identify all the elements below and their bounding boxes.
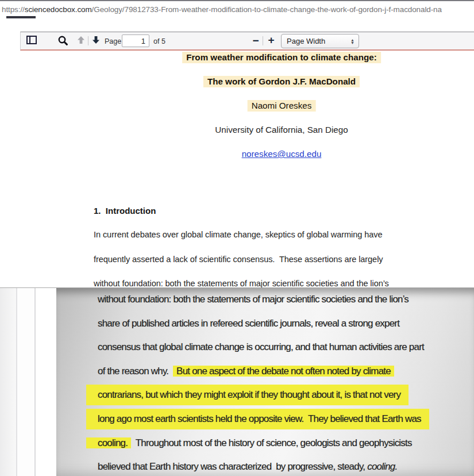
overlay-left-strip	[36, 288, 56, 476]
url-scheme: https://	[2, 5, 25, 14]
text-segment: consensus that global climate change is …	[98, 341, 424, 352]
highlighted-text: From weather modification to climate cha…	[182, 52, 381, 63]
text-segment: share of published articles in refereed …	[98, 318, 399, 329]
pdf-page: From weather modification to climate cha…	[0, 51, 474, 287]
magnified-text-line: share of published articles in refereed …	[86, 313, 407, 334]
document-email: noreskes@ucsd.edu	[242, 147, 322, 161]
screenshot-seam-artifact	[6, 16, 36, 18]
highlighted-text: The work of Gordon J.F. MacDonald	[203, 76, 360, 87]
document-text-line: frequently asserted a lack of scientific…	[94, 255, 383, 264]
text-segment: contrarians, but which they might exploi…	[98, 389, 400, 400]
toolbar-divider	[88, 36, 88, 45]
highlighted-text: cooling.	[86, 437, 131, 448]
overlay-left-strip	[0, 288, 16, 476]
text-segment: Throughout most of the history of scienc…	[131, 437, 411, 448]
magnified-text-line: without foundation: both the statements …	[86, 289, 417, 310]
url-path: /Geology/79812733-From-weather-modificat…	[92, 5, 442, 14]
search-icon[interactable]	[57, 35, 68, 48]
magnified-text-line: consensus that global climate change is …	[86, 337, 432, 358]
next-page-arrow-icon[interactable]	[91, 35, 101, 47]
pdf-toolbar: Page: of 5 − + Page Width ▲▼	[20, 32, 474, 51]
section-heading: 1. Introduction	[94, 206, 156, 216]
document-affiliation: University of California, San Diego	[215, 122, 348, 137]
document-text-line: without foundation: both the statements …	[94, 279, 389, 288]
page-label: Page:	[105, 37, 124, 45]
browser-url-bar[interactable]: https://sciencedocbox.com/Geology/798127…	[0, 0, 474, 17]
zoom-out-icon[interactable]: −	[250, 34, 261, 47]
highlighted-text: But one aspect of the debate not often n…	[173, 366, 394, 377]
text-segment: without foundation: both the statements …	[98, 294, 409, 305]
document-text-line: In current debates over global climate c…	[94, 230, 382, 239]
zoom-select[interactable]: Page Width ▲▼	[281, 34, 359, 48]
document-title-line1: From weather modification to climate cha…	[182, 50, 381, 64]
magnified-text-line: long ago most earth scientists held the …	[86, 409, 429, 429]
zoom-select-value: Page Width	[287, 37, 350, 45]
magnified-text-line: of the reason why. But one aspect of the…	[86, 361, 402, 382]
previous-page-arrow-icon[interactable]	[76, 35, 86, 47]
magnified-text-line: believed that Earth history was characte…	[86, 456, 405, 476]
url-host: sciencedocbox.com	[25, 5, 92, 14]
url-text[interactable]: https://sciencedocbox.com/Geology/798127…	[2, 5, 442, 14]
text-segment: long ago most earth scientists held the …	[98, 413, 421, 424]
magnified-text-line: contrarians, but which they might exploi…	[86, 385, 409, 405]
page-count-label: of 5	[153, 37, 165, 45]
text-segment: of the reason why.	[98, 366, 173, 377]
text-segment: believed that Earth history was characte…	[98, 461, 367, 472]
document-title-line2: The work of Gordon J.F. MacDonald	[203, 74, 360, 89]
highlighted-text: Naomi Oreskes	[248, 100, 316, 112]
sidebar-toggle-icon[interactable]	[26, 36, 37, 44]
select-arrows-icon: ▲▼	[350, 39, 354, 44]
document-author: Naomi Oreskes	[248, 98, 316, 113]
overlay-left-strip	[17, 288, 34, 476]
toolbar-divider	[263, 36, 263, 45]
screen: https://sciencedocbox.com/Geology/798127…	[0, 0, 474, 476]
email-link[interactable]: noreskes@ucsd.edu	[242, 149, 322, 159]
zoom-in-icon[interactable]: +	[265, 34, 277, 47]
magnified-text-line: cooling. Throughout most of the history …	[86, 433, 420, 454]
magnified-overlay: without foundation: both the statements …	[0, 287, 474, 476]
page-number-input[interactable]	[122, 34, 149, 47]
text-segment: cooling.	[367, 461, 397, 472]
sidebar-toggle-divider	[29, 37, 30, 43]
